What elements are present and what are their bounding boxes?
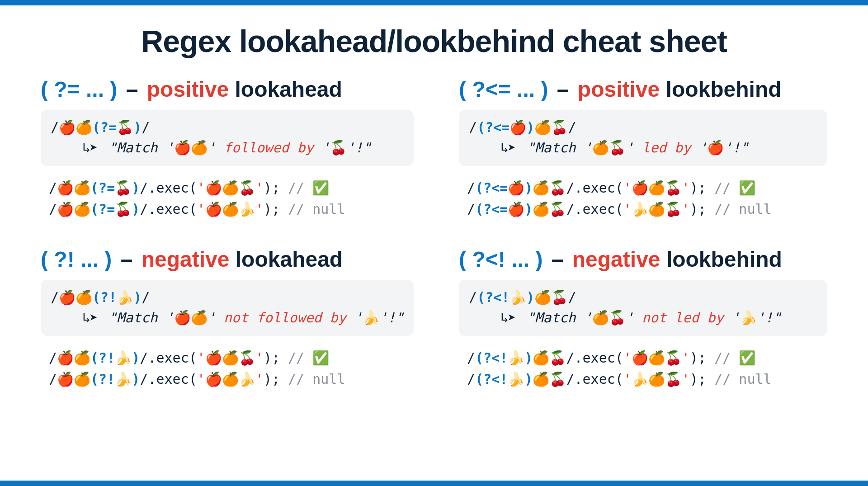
section-heading: ( ?= ... ) – positive lookahead <box>41 77 414 102</box>
section-heading: ( ?<! ... ) – negative lookbehind <box>459 247 827 272</box>
desc-relation: followed by <box>224 140 314 156</box>
ex-body: 🍊🍒 <box>533 371 566 387</box>
check-icon: ✅ <box>304 180 329 196</box>
desc-mid2: ' <box>691 140 707 156</box>
ex-comment: // <box>714 350 731 366</box>
ex-slash: / <box>467 350 475 366</box>
desc-target: 🍊🍒 <box>592 310 626 326</box>
ex-slash: / <box>49 371 57 387</box>
negative-lookbehind-section: ( ?<! ... ) – negative lookbehind /(?<!🍌… <box>459 247 827 390</box>
desc-tail: 🍌 <box>363 310 379 326</box>
desc-mid1: ' <box>626 140 642 156</box>
ex-string: '🍎🍊🍒' <box>623 180 690 196</box>
example-null: /(?<!🍌)🍊🍒/.exec('🍌🍊🍒'); // null <box>459 369 827 390</box>
pattern-explanation-box: /(?<=🍎)🍊🍒/ ↳➤ "Match '🍊🍒' led by '🍎'!" <box>459 110 827 166</box>
arrow-icon: ↳➤ <box>82 140 97 156</box>
ex-close: ); <box>690 371 714 387</box>
dash: – <box>121 247 133 271</box>
positive-lookahead-section: ( ?= ... ) – positive lookahead /🍎🍊(?=🍒)… <box>41 77 414 220</box>
desc-relation: not led by <box>642 310 724 326</box>
pattern-line: /(?<=🍎)🍊🍒/ <box>469 117 817 137</box>
ex-close: ); <box>264 371 288 387</box>
ex-string: '🍎🍊🍌' <box>197 371 264 387</box>
ex-string: '🍎🍊🍌' <box>197 201 264 217</box>
ex-close: ); <box>264 201 288 217</box>
slash-open: / <box>51 119 59 135</box>
ex-slash: / <box>49 350 57 366</box>
desc-mid2: ' <box>724 310 740 326</box>
pattern-line: /(?<!🍌)🍊🍒/ <box>469 287 817 307</box>
explanation-line: ↳➤ "Match '🍊🍒' not led by '🍌'!" <box>469 307 817 328</box>
ex-close: ); <box>264 180 288 196</box>
bottom-border <box>0 481 868 486</box>
slash-close: / <box>142 119 150 135</box>
ex-look: (?<!🍌) <box>475 350 533 366</box>
pattern-body: 🍊🍒 <box>534 289 568 305</box>
section-heading: ( ?<= ... ) – positive lookbehind <box>459 77 827 102</box>
ex-string: '🍎🍊🍒' <box>623 350 690 366</box>
ex-close: ); <box>264 350 288 366</box>
explanation-line: ↳➤ "Match '🍎🍊' not followed by '🍌'!" <box>51 307 404 328</box>
arrow-icon: ↳➤ <box>500 140 515 156</box>
syntax-token: ( ?<= ... ) <box>459 77 548 101</box>
ex-comment: // <box>288 350 304 366</box>
ex-body: 🍊🍒 <box>533 350 566 366</box>
desc-pre: "Match ' <box>527 310 592 326</box>
ex-look: (?=🍒) <box>90 180 140 196</box>
ex-comment-null: // null <box>714 371 771 387</box>
desc-target: 🍊🍒 <box>592 140 626 156</box>
desc-mid1: ' <box>208 310 224 326</box>
slash-open: / <box>51 289 59 305</box>
ex-slash: / <box>49 180 57 196</box>
ex-exec: /.exec( <box>566 350 623 366</box>
syntax-token: ( ?! ... ) <box>41 247 112 271</box>
page-title: Regex lookahead/lookbehind cheat sheet <box>32 24 836 59</box>
ex-string: '🍎🍊🍒' <box>197 180 264 196</box>
ex-comment-null: // null <box>288 371 345 387</box>
explanation-line: ↳➤ "Match '🍎🍊' followed by '🍒'!" <box>51 137 404 158</box>
arrow-icon: ↳➤ <box>82 310 97 326</box>
ex-comment-null: // null <box>288 201 345 217</box>
desc-tail: 🍎 <box>707 140 724 156</box>
desc-pre: "Match ' <box>108 310 174 326</box>
dash: – <box>552 247 564 271</box>
pattern-body: 🍊🍒 <box>534 119 568 135</box>
pattern-explanation-box: /🍎🍊(?!🍌)/ ↳➤ "Match '🍎🍊' not followed by… <box>41 280 414 336</box>
desc-target: 🍎🍊 <box>174 140 208 156</box>
lookahead-group: (?!🍌) <box>92 289 142 305</box>
ex-string: '🍌🍊🍒' <box>623 201 690 217</box>
lookbehind-group: (?<=🍎) <box>477 119 534 135</box>
slash-close: / <box>142 289 150 305</box>
ex-body: 🍎🍊 <box>57 371 90 387</box>
desc-relation: not followed by <box>224 310 346 326</box>
kind-text: lookbehind <box>666 247 782 271</box>
ex-look: (?<=🍎) <box>475 201 533 217</box>
ex-string: '🍌🍊🍒' <box>623 371 690 387</box>
desc-post: '!" <box>724 140 748 156</box>
lookbehind-group: (?<!🍌) <box>477 289 534 305</box>
ex-slash: / <box>467 371 475 387</box>
desc-post: '!" <box>379 310 404 326</box>
dash: – <box>557 77 569 101</box>
pattern-explanation-box: /(?<!🍌)🍊🍒/ ↳➤ "Match '🍊🍒' not led by '🍌'… <box>459 280 827 336</box>
ex-close: ); <box>690 350 714 366</box>
ex-look: (?!🍌) <box>90 350 140 366</box>
ex-slash: / <box>467 180 475 196</box>
explanation-line: ↳➤ "Match '🍊🍒' led by '🍎'!" <box>469 137 817 158</box>
example-null: /(?<=🍎)🍊🍒/.exec('🍌🍊🍒'); // null <box>459 199 827 220</box>
ex-body: 🍎🍊 <box>57 350 90 366</box>
ex-body: 🍎🍊 <box>57 180 90 196</box>
cheat-sheet-grid: ( ?= ... ) – positive lookahead /🍎🍊(?=🍒)… <box>32 77 836 390</box>
ex-look: (?<=🍎) <box>475 180 533 196</box>
ex-slash: / <box>49 201 57 217</box>
desc-pre: "Match ' <box>108 140 174 156</box>
pattern-line: /🍎🍊(?!🍌)/ <box>51 287 404 307</box>
ex-string: '🍎🍊🍒' <box>197 350 264 366</box>
example-match: /🍎🍊(?!🍌)/.exec('🍎🍊🍒'); // ✅ <box>41 348 414 369</box>
example-match: /(?<!🍌)🍊🍒/.exec('🍎🍊🍒'); // ✅ <box>459 348 827 369</box>
top-border <box>0 0 868 5</box>
desc-tail: 🍒 <box>330 140 347 156</box>
kind-text: lookahead <box>236 247 343 271</box>
check-icon: ✅ <box>731 350 755 366</box>
check-icon: ✅ <box>304 350 329 366</box>
